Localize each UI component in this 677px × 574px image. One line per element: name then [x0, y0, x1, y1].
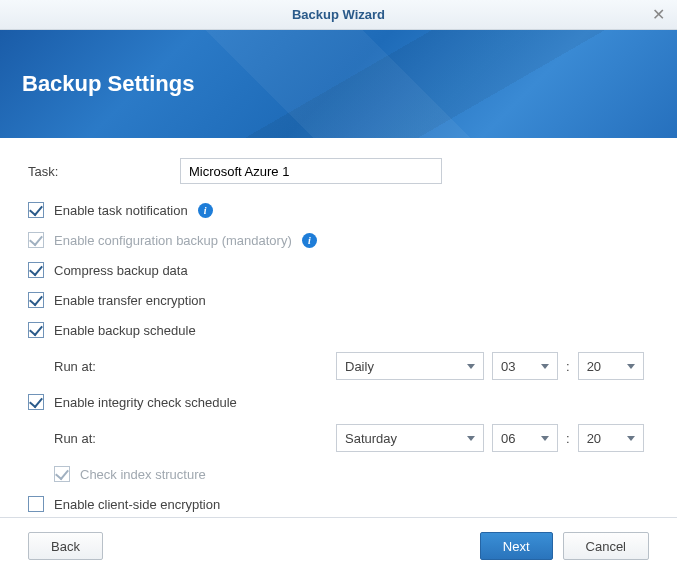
transfer-encryption-checkbox[interactable] — [28, 292, 44, 308]
integrity-check-row: Enable integrity check schedule — [28, 394, 649, 410]
time-separator: : — [566, 359, 570, 374]
compress-label: Compress backup data — [54, 263, 188, 278]
client-encryption-checkbox[interactable] — [28, 496, 44, 512]
info-icon[interactable]: i — [302, 233, 317, 248]
chevron-down-icon — [467, 436, 475, 441]
enable-notification-label: Enable task notification — [54, 203, 188, 218]
window-title: Backup Wizard — [0, 7, 677, 22]
cancel-button[interactable]: Cancel — [563, 532, 649, 560]
enable-notification-row: Enable task notification i — [28, 202, 649, 218]
schedule1-runat-label: Run at: — [54, 359, 336, 374]
schedule2-minute-select[interactable]: 20 — [578, 424, 644, 452]
page-title: Backup Settings — [22, 71, 194, 97]
schedule2-row: Run at: Saturday 06 : 20 — [28, 424, 649, 452]
form-content: Task: Enable task notification i Enable … — [0, 138, 677, 512]
integrity-check-label: Enable integrity check schedule — [54, 395, 237, 410]
client-encryption-label: Enable client-side encryption — [54, 497, 220, 512]
schedule2-minute-value: 20 — [587, 431, 601, 446]
check-index-label: Check index structure — [80, 467, 206, 482]
chevron-down-icon — [627, 436, 635, 441]
enable-notification-checkbox[interactable] — [28, 202, 44, 218]
chevron-down-icon — [627, 364, 635, 369]
schedule1-minute-value: 20 — [587, 359, 601, 374]
schedule2-frequency-value: Saturday — [345, 431, 397, 446]
task-label: Task: — [28, 164, 180, 179]
schedule2-hour-select[interactable]: 06 — [492, 424, 558, 452]
compress-checkbox[interactable] — [28, 262, 44, 278]
next-button[interactable]: Next — [480, 532, 553, 560]
backup-schedule-label: Enable backup schedule — [54, 323, 196, 338]
transfer-encryption-label: Enable transfer encryption — [54, 293, 206, 308]
schedule2-runat-label: Run at: — [54, 431, 336, 446]
schedule2-hour-value: 06 — [501, 431, 515, 446]
task-row: Task: — [28, 158, 649, 184]
task-input[interactable] — [180, 158, 442, 184]
schedule1-hour-value: 03 — [501, 359, 515, 374]
schedule1-hour-select[interactable]: 03 — [492, 352, 558, 380]
client-encryption-row: Enable client-side encryption — [28, 496, 649, 512]
schedule2-frequency-select[interactable]: Saturday — [336, 424, 484, 452]
schedule1-frequency-value: Daily — [345, 359, 374, 374]
chevron-down-icon — [541, 436, 549, 441]
info-icon[interactable]: i — [198, 203, 213, 218]
back-button[interactable]: Back — [28, 532, 103, 560]
schedule1-row: Run at: Daily 03 : 20 — [28, 352, 649, 380]
integrity-check-checkbox[interactable] — [28, 394, 44, 410]
enable-config-backup-label: Enable configuration backup (mandatory) — [54, 233, 292, 248]
schedule1-frequency-select[interactable]: Daily — [336, 352, 484, 380]
compress-row: Compress backup data — [28, 262, 649, 278]
transfer-encryption-row: Enable transfer encryption — [28, 292, 649, 308]
enable-config-backup-row: Enable configuration backup (mandatory) … — [28, 232, 649, 248]
close-button[interactable]: ✕ — [649, 6, 667, 24]
header-banner: Backup Settings — [0, 30, 677, 138]
titlebar: Backup Wizard ✕ — [0, 0, 677, 30]
chevron-down-icon — [467, 364, 475, 369]
backup-schedule-row: Enable backup schedule — [28, 322, 649, 338]
check-index-row: Check index structure — [28, 466, 649, 482]
footer: Back Next Cancel — [0, 517, 677, 574]
backup-schedule-checkbox[interactable] — [28, 322, 44, 338]
check-index-checkbox — [54, 466, 70, 482]
schedule1-minute-select[interactable]: 20 — [578, 352, 644, 380]
chevron-down-icon — [541, 364, 549, 369]
enable-config-backup-checkbox — [28, 232, 44, 248]
time-separator: : — [566, 431, 570, 446]
